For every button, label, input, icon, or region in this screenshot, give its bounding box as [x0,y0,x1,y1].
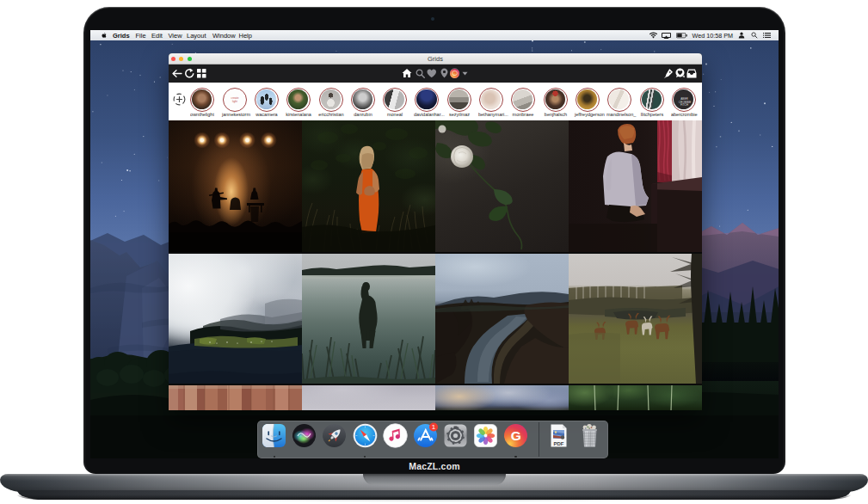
svg-text:G: G [511,428,521,443]
svg-text:PDF: PDF [553,441,563,446]
svg-text:1: 1 [431,423,435,431]
